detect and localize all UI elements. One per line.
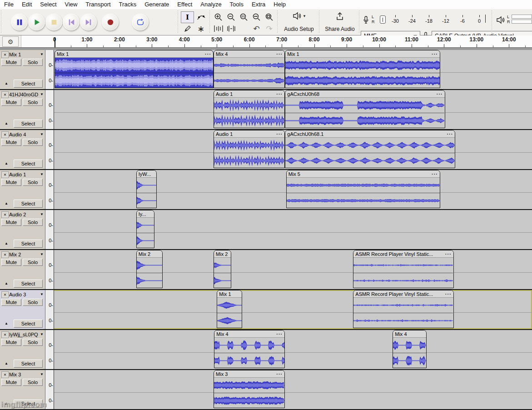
track-close-button[interactable]: × xyxy=(1,211,9,218)
clip-header[interactable]: Mix 4 xyxy=(393,330,426,338)
track-select-button[interactable]: Select xyxy=(14,360,43,368)
audio-clip[interactable]: IyW... xyxy=(136,170,157,208)
track-select-button[interactable]: Select xyxy=(14,200,43,208)
transport-toolbar-grip[interactable] xyxy=(1,10,3,34)
stop-button[interactable] xyxy=(45,14,62,30)
track-collapse-button[interactable]: ▲ xyxy=(1,120,11,127)
clip-header[interactable]: ASMR Record Player Vinyl Static...··· xyxy=(353,290,453,298)
draw-tool-button[interactable] xyxy=(181,23,194,35)
envelope-tool-button[interactable] xyxy=(194,11,208,23)
clip-menu-button[interactable]: ··· xyxy=(273,51,283,57)
menu-extra[interactable]: Extra xyxy=(248,0,269,9)
audio-clip[interactable]: Iy... xyxy=(136,210,154,248)
record-button[interactable] xyxy=(102,14,119,30)
solo-button[interactable]: Solo xyxy=(23,379,43,386)
track-vertical-scale[interactable]: 0-0- xyxy=(45,250,54,289)
audio-clip[interactable]: Mix 4 xyxy=(393,330,427,368)
audio-setup-button[interactable]: ▾ Audio Setup xyxy=(280,10,318,34)
track-collapse-button[interactable]: ▲ xyxy=(1,240,11,247)
share-audio-button[interactable]: Share Audio xyxy=(322,10,358,34)
clip-header[interactable]: Iy... xyxy=(137,210,154,218)
mute-button[interactable]: Mute xyxy=(1,299,21,306)
solo-button[interactable]: Solo xyxy=(23,259,43,266)
multi-tool-button[interactable]: ∗ xyxy=(194,23,208,35)
track-name-menu[interactable]: Mix 3▼ xyxy=(9,371,44,377)
record-meter-scale[interactable]: -30-24-18-12-60 xyxy=(389,15,485,25)
solo-button[interactable]: Solo xyxy=(23,179,43,186)
playback-meter-bar-right[interactable] xyxy=(512,20,532,24)
clip-body[interactable] xyxy=(137,218,154,248)
playback-meter-speaker-icon[interactable] xyxy=(496,16,505,24)
zoom-out-button[interactable] xyxy=(224,11,238,23)
clip-body[interactable] xyxy=(137,178,156,208)
clip-header[interactable]: Mix 1··· xyxy=(55,50,213,58)
track-close-button[interactable]: × xyxy=(1,91,9,98)
selection-tool-button[interactable]: I xyxy=(181,11,194,23)
menu-tracks[interactable]: Tracks xyxy=(115,0,141,9)
redo-button[interactable]: ↷ xyxy=(263,23,276,35)
audio-clip[interactable]: gACxchU0h68.1··· xyxy=(285,130,455,168)
track-collapse-button[interactable]: ▲ xyxy=(1,320,11,327)
track-select-button[interactable]: Select xyxy=(14,80,43,88)
audio-clip[interactable]: Mix 2 xyxy=(214,250,231,288)
audio-clip[interactable]: Mix 4··· xyxy=(214,330,285,368)
undo-button[interactable]: ↶ xyxy=(250,23,263,35)
track-select-button[interactable]: Select xyxy=(14,320,43,328)
zoom-in-button[interactable] xyxy=(212,11,225,23)
menu-select[interactable]: Select xyxy=(36,0,60,9)
zoom-selection-button[interactable] xyxy=(237,11,250,23)
track-close-button[interactable]: × xyxy=(1,171,9,178)
menu-effect[interactable]: Effect xyxy=(173,0,196,9)
mute-button[interactable]: Mute xyxy=(1,379,21,386)
pause-button[interactable] xyxy=(11,14,28,30)
menu-edit[interactable]: Edit xyxy=(18,0,36,9)
fit-project-button[interactable] xyxy=(263,11,276,23)
track-vertical-scale[interactable]: 0-0- xyxy=(45,50,54,89)
loop-button[interactable] xyxy=(132,14,149,30)
clip-body[interactable] xyxy=(214,338,284,368)
mute-button[interactable]: Mute xyxy=(1,99,21,106)
clip-header[interactable]: Mix 4··· xyxy=(214,50,284,58)
share-audio-grip[interactable] xyxy=(319,10,321,34)
clip-header[interactable]: Audio 1··· xyxy=(214,90,284,98)
skip-to-start-button[interactable] xyxy=(63,14,80,30)
clip-menu-button[interactable]: ··· xyxy=(434,91,443,97)
clip-menu-button[interactable]: ··· xyxy=(273,91,283,97)
clip-header[interactable]: IyW... xyxy=(137,170,156,178)
track-waveform-area[interactable]: IyW...Mix 5··· xyxy=(54,170,532,209)
mute-button[interactable]: Mute xyxy=(1,219,21,226)
track-collapse-button[interactable]: ▲ xyxy=(1,200,11,207)
audio-clip[interactable]: ASMR Record Player Vinyl Static...··· xyxy=(353,250,453,288)
meter-toolbar-grip[interactable] xyxy=(359,10,361,34)
zoom-toggle-button[interactable] xyxy=(250,11,263,23)
track-name-menu[interactable]: Audio 3▼ xyxy=(9,291,44,297)
clip-header[interactable]: Mix 1··· xyxy=(285,50,440,58)
solo-button[interactable]: Solo xyxy=(23,339,43,346)
menu-transport[interactable]: Transport xyxy=(81,0,114,9)
clip-menu-button[interactable]: ··· xyxy=(443,251,452,257)
clip-body[interactable] xyxy=(285,58,440,88)
menu-file[interactable]: File xyxy=(0,0,18,9)
menu-help[interactable]: Help xyxy=(269,0,290,9)
tools-toolbar-grip[interactable] xyxy=(178,10,180,34)
track-waveform-area[interactable]: Iy... xyxy=(54,210,532,249)
play-button[interactable] xyxy=(28,14,45,30)
silence-audio-button[interactable] xyxy=(224,23,238,35)
playback-meter-grip[interactable] xyxy=(492,10,494,34)
track-waveform-area[interactable]: Mix 2Mix 2ASMR Record Player Vinyl Stati… xyxy=(54,250,532,289)
clip-menu-button[interactable]: ··· xyxy=(429,171,438,177)
clip-body[interactable] xyxy=(285,98,444,128)
track-waveform-area[interactable]: Audio 1···gACxchU0h68··· xyxy=(54,90,532,129)
audio-setup-grip[interactable] xyxy=(277,10,279,34)
audio-clip[interactable]: Mix 1 xyxy=(217,290,242,328)
track-close-button[interactable]: × xyxy=(1,331,9,338)
clip-header[interactable]: Mix 5··· xyxy=(287,170,440,178)
menu-tools[interactable]: Tools xyxy=(226,0,248,9)
track-select-button[interactable]: Select xyxy=(14,280,43,288)
record-meter-mic-icon[interactable] xyxy=(363,16,369,25)
clip-header[interactable]: Mix 2 xyxy=(137,250,162,258)
track-vertical-scale[interactable]: 0-0- xyxy=(45,290,54,329)
track-waveform-area[interactable]: Mix 1···Mix 4···Mix 1··· xyxy=(54,50,532,89)
mute-button[interactable]: Mute xyxy=(1,339,21,346)
clip-body[interactable] xyxy=(214,258,231,288)
